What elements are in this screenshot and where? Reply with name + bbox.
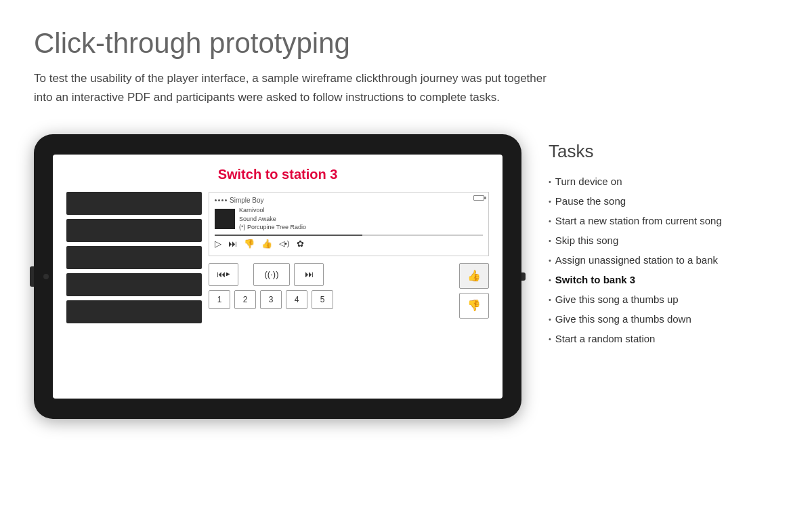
bullet: •: [549, 256, 551, 264]
station-bar-2[interactable]: [66, 219, 202, 242]
station-bar-4[interactable]: [66, 273, 202, 296]
station-list: [66, 192, 202, 323]
station-bar-5[interactable]: [66, 300, 202, 323]
task-item: • Start a random station: [549, 329, 778, 348]
station-num-4[interactable]: 4: [286, 290, 307, 309]
album-art: [215, 209, 235, 229]
task-label: Skip this song: [555, 235, 618, 246]
station-bar-3[interactable]: [66, 246, 202, 269]
bullet: •: [549, 237, 551, 245]
content-row: Switch to station 3: [34, 134, 778, 426]
shuffle-icon[interactable]: ✿: [297, 239, 304, 249]
album-name: Sound Awake: [239, 215, 306, 224]
transport-row: ⏮▶ ((·)) ⏭: [209, 263, 454, 286]
task-label: Give this song a thumbs up: [555, 294, 679, 305]
thumbs-up-small-icon[interactable]: 👍: [261, 239, 272, 249]
tablet-wrapper: Switch to station 3: [34, 134, 521, 426]
numbers-row: 1 2 3 4 5: [209, 290, 454, 309]
tablet-power-button: [521, 272, 526, 281]
track-details: Karnivool Sound Awake (*) Porcupine Tree…: [239, 206, 306, 232]
screen-title: Switch to station 3: [66, 167, 489, 182]
player-controls: ▷ ⏭ 👎 👍 ◁•) ✿: [215, 236, 483, 251]
tablet-volume-button: [30, 266, 34, 287]
thumbs-down-button[interactable]: 👎: [459, 293, 489, 319]
tasks-panel: Tasks • Turn device on • Pause the song …: [549, 134, 778, 348]
battery-icon: [473, 195, 484, 201]
task-label: Start a random station: [555, 333, 656, 344]
task-list: • Turn device on • Pause the song • Star…: [549, 171, 778, 348]
task-item: • Start a new station from current song: [549, 211, 778, 230]
tablet-camera: [43, 274, 49, 279]
next-button[interactable]: ⏭: [294, 263, 324, 286]
bullet: •: [549, 197, 551, 205]
tablet-screen: Switch to station 3: [53, 155, 503, 399]
page-description: To test the usability of the player inte…: [34, 69, 562, 107]
station-name: (*) Porcupine Tree Radio: [239, 223, 306, 232]
task-item: • Turn device on: [549, 171, 778, 191]
artist-name: Karnivool: [239, 206, 306, 215]
task-item: • Skip this song: [549, 230, 778, 250]
station-num-5[interactable]: 5: [312, 290, 333, 309]
task-item: • Give this song a thumbs up: [549, 289, 778, 309]
player-card-header: Simple Boy: [215, 197, 483, 204]
task-label: Assign unassigned station to a bank: [555, 254, 718, 266]
right-panel: Simple Boy Karnivool Sound Awake (*) Por…: [209, 192, 489, 323]
task-label-highlight: Switch to bank 3: [555, 274, 635, 285]
bullet: •: [549, 276, 551, 284]
tablet-device: Switch to station 3: [34, 134, 521, 419]
bullet: •: [549, 296, 551, 304]
task-item: • Assign unassigned station to a bank: [549, 250, 778, 270]
thumb-buttons: 👍 👎: [459, 263, 489, 319]
task-item-highlight: • Switch to bank 3: [549, 270, 778, 289]
station-bar-1[interactable]: [66, 192, 202, 215]
station-num-3[interactable]: 3: [260, 290, 282, 309]
station-num-1[interactable]: 1: [209, 290, 230, 309]
bullet: •: [549, 178, 551, 186]
task-item: • Give this song a thumbs down: [549, 309, 778, 329]
play-pause-button[interactable]: ⏮▶: [209, 263, 238, 286]
player-track-info: Karnivool Sound Awake (*) Porcupine Tree…: [215, 206, 483, 232]
task-label: Pause the song: [555, 195, 626, 207]
volume-icon[interactable]: ◁•): [279, 239, 290, 248]
station-num-2[interactable]: 2: [234, 290, 256, 309]
thumbs-up-button[interactable]: 👍: [459, 263, 489, 289]
thumbs-down-small-icon[interactable]: 👎: [244, 239, 255, 249]
page-title: Click-through prototyping: [34, 27, 778, 60]
bottom-left: ⏮▶ ((·)) ⏭ 1 2 3 4: [209, 263, 454, 309]
song-title-header: Simple Boy: [230, 197, 264, 204]
bottom-section: ⏮▶ ((·)) ⏭ 1 2 3 4: [209, 263, 489, 319]
task-item: • Pause the song: [549, 191, 778, 211]
bullet: •: [549, 217, 551, 225]
task-label: Give this song a thumbs down: [555, 313, 691, 325]
task-label: Turn device on: [555, 176, 622, 187]
play-icon[interactable]: ▷: [215, 239, 221, 249]
skip-forward-icon[interactable]: ⏭: [228, 239, 237, 249]
tasks-heading: Tasks: [549, 141, 778, 162]
bullet: •: [549, 315, 551, 323]
cast-button[interactable]: ((·)): [253, 263, 290, 286]
signal-dots: [215, 199, 227, 201]
bullet: •: [549, 335, 551, 343]
task-label: Start a new station from current song: [555, 215, 722, 226]
wireframe-body: Simple Boy Karnivool Sound Awake (*) Por…: [66, 192, 489, 323]
player-card: Simple Boy Karnivool Sound Awake (*) Por…: [209, 192, 489, 256]
